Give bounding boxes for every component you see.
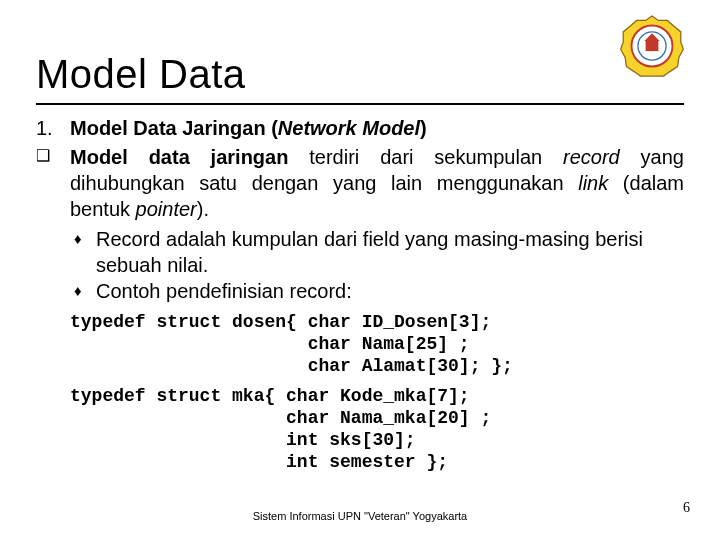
sub-item: ♦ Record adalah kumpulan dari field yang… — [74, 226, 684, 278]
slide: Model Data 1. Model Data Jaringan (Netwo… — [0, 0, 720, 540]
code-block-1: typedef struct dosen{ char ID_Dosen[3]; … — [70, 312, 684, 378]
diamond-bullet-icon: ♦ — [74, 226, 96, 278]
bulleted-body-row: ❑ Model data jaringan terdiri dari sekum… — [36, 144, 684, 474]
square-bullet-icon: ❑ — [36, 144, 70, 474]
sub-item: ♦ Contoh pendefinisian record: — [74, 278, 684, 304]
page-title: Model Data — [36, 52, 684, 97]
svg-rect-3 — [646, 41, 659, 51]
sub-item-text: Record adalah kumpulan dari field yang m… — [96, 226, 684, 278]
diamond-bullet-icon: ♦ — [74, 278, 96, 304]
page-number: 6 — [683, 500, 690, 516]
item-number: 1. — [36, 115, 70, 142]
body-p1: terdiri dari sekumpulan — [288, 146, 563, 168]
term-bold: Model data jaringan — [70, 146, 288, 168]
institution-logo — [620, 14, 684, 78]
footer-text: Sistem Informasi UPN "Veteran" Yogyakart… — [0, 510, 720, 522]
heading-plain: Model Data Jaringan ( — [70, 117, 278, 139]
body-italic-3: pointer — [136, 198, 197, 220]
body-italic-1: record — [563, 146, 620, 168]
title-rule — [36, 103, 684, 105]
code-block-2: typedef struct mka{ char Kode_mka[7]; ch… — [70, 386, 684, 474]
numbered-heading-row: 1. Model Data Jaringan (Network Model) — [36, 115, 684, 142]
body-p4: ). — [197, 198, 209, 220]
heading-italic: Network Model — [278, 117, 420, 139]
heading-close: ) — [420, 117, 427, 139]
sub-bullet-list: ♦ Record adalah kumpulan dari field yang… — [70, 226, 684, 304]
sub-item-text: Contoh pendefinisian record: — [96, 278, 352, 304]
item-heading: Model Data Jaringan (Network Model) — [70, 115, 427, 142]
body-italic-2: link — [578, 172, 608, 194]
body-paragraph: Model data jaringan terdiri dari sekumpu… — [70, 144, 684, 222]
